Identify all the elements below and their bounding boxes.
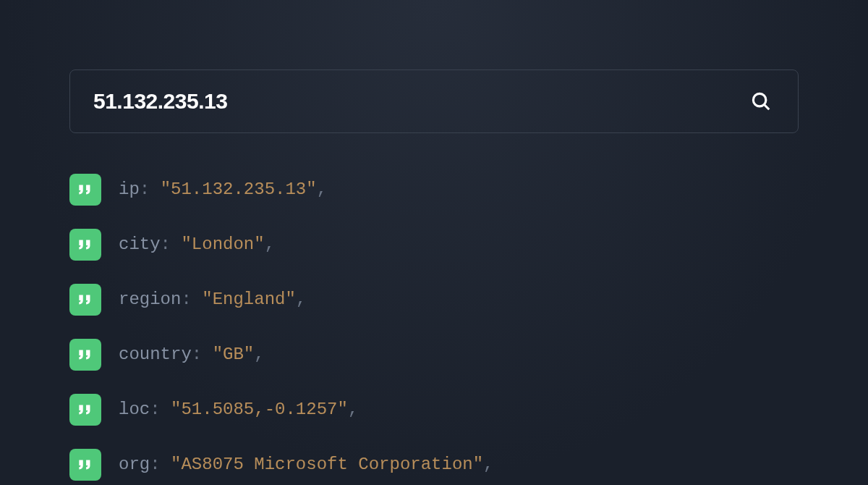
field-key: region [119, 290, 181, 309]
comma: , [317, 180, 327, 199]
colon: : [192, 345, 213, 364]
result-text: city: "London", [119, 235, 275, 256]
comma: , [348, 400, 358, 419]
colon: : [181, 290, 202, 309]
search-button[interactable] [747, 88, 775, 115]
field-value: "England" [202, 290, 296, 309]
quote-icon [69, 229, 101, 261]
colon: : [161, 235, 182, 254]
search-icon [750, 90, 772, 112]
colon: : [150, 400, 171, 419]
field-value: "London" [181, 235, 264, 254]
quote-icon [69, 449, 101, 481]
search-input[interactable] [93, 89, 747, 114]
result-text: loc: "51.5085,-0.1257", [119, 400, 358, 421]
field-value: "AS8075 Microsoft Corporation" [171, 455, 483, 474]
field-key: org [119, 455, 150, 474]
field-value: "GB" [213, 345, 255, 364]
result-text: org: "AS8075 Microsoft Corporation", [119, 455, 494, 476]
quote-icon [69, 174, 101, 206]
result-text: region: "England", [119, 290, 306, 311]
svg-line-1 [765, 105, 770, 110]
main-panel: ip: "51.132.235.13", city: "London", reg… [0, 0, 868, 481]
result-row: region: "England", [69, 284, 799, 316]
comma: , [254, 345, 264, 364]
comma: , [296, 290, 306, 309]
result-row: loc: "51.5085,-0.1257", [69, 394, 799, 426]
field-value: "51.132.235.13" [161, 180, 317, 199]
result-row: city: "London", [69, 229, 799, 261]
quote-icon [69, 394, 101, 426]
field-value: "51.5085,-0.1257" [171, 400, 348, 419]
colon: : [150, 455, 171, 474]
field-key: ip [119, 180, 140, 199]
search-bar [69, 69, 799, 133]
comma: , [483, 455, 493, 474]
quote-icon [69, 339, 101, 371]
result-text: ip: "51.132.235.13", [119, 180, 327, 201]
comma: , [265, 235, 275, 254]
result-row: ip: "51.132.235.13", [69, 174, 799, 206]
field-key: loc [119, 400, 150, 419]
result-text: country: "GB", [119, 345, 265, 366]
quote-icon [69, 284, 101, 316]
field-key: city [119, 235, 161, 254]
results-list: ip: "51.132.235.13", city: "London", reg… [69, 174, 799, 481]
result-row: country: "GB", [69, 339, 799, 371]
svg-point-0 [753, 93, 766, 106]
colon: : [140, 180, 161, 199]
result-row: org: "AS8075 Microsoft Corporation", [69, 449, 799, 481]
field-key: country [119, 345, 192, 364]
